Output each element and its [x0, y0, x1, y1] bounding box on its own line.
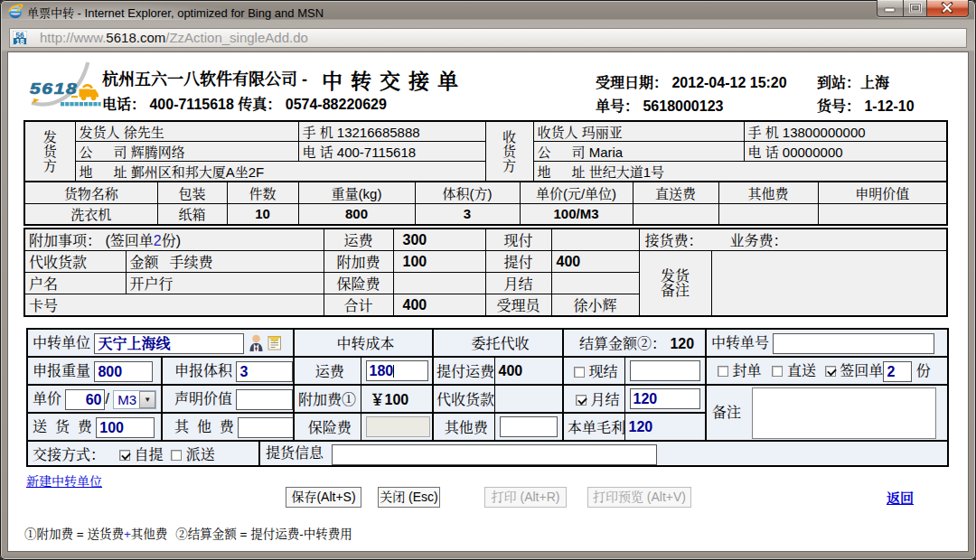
svg-text:5618: 5618 — [30, 80, 77, 98]
